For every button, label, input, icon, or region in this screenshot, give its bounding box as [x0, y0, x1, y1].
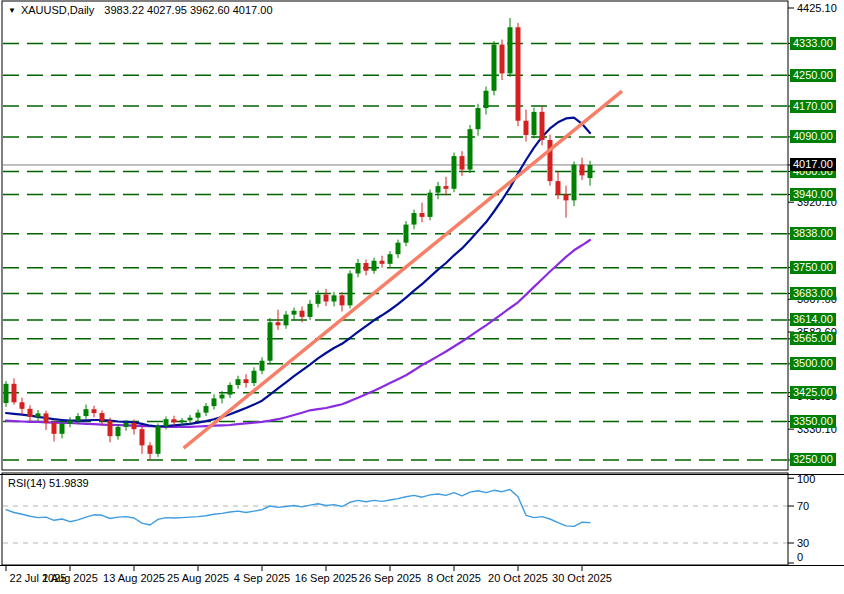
candle[interactable]	[580, 158, 585, 180]
chart-canvas[interactable]	[0, 0, 844, 594]
candle[interactable]	[260, 357, 265, 374]
candle[interactable]	[420, 203, 425, 223]
candle[interactable]	[540, 107, 545, 146]
rsi-scale-label: 100	[797, 473, 815, 486]
ma-fast-line[interactable]	[6, 118, 590, 427]
level-price-badge: 3565.00	[790, 332, 836, 345]
candle[interactable]	[92, 406, 97, 418]
trading-chart-window: ▼XAUUSD,Daily3983.22 4027.95 3962.60 401…	[0, 0, 844, 594]
candle[interactable]	[444, 177, 449, 195]
rsi-scale-label: 70	[797, 500, 809, 513]
candle[interactable]	[388, 251, 393, 268]
candle[interactable]	[268, 318, 273, 364]
candle[interactable]	[436, 182, 441, 199]
level-price-badge: 3350.00	[790, 415, 836, 428]
time-axis-label: 25 Aug 2025	[167, 572, 229, 584]
candle[interactable]	[140, 427, 145, 454]
candle[interactable]	[572, 162, 577, 207]
level-price-badge: 4090.00	[790, 130, 836, 143]
candlestick-series[interactable]	[4, 18, 593, 460]
candle[interactable]	[340, 292, 345, 311]
candle[interactable]	[60, 422, 65, 439]
candle[interactable]	[500, 40, 505, 80]
level-price-badge: 4333.00	[790, 37, 836, 50]
candle[interactable]	[524, 110, 529, 142]
candle[interactable]	[4, 381, 9, 407]
candle[interactable]	[292, 308, 297, 321]
rsi-indicator-label: RSI(14) 51.9839	[8, 477, 89, 489]
candle[interactable]	[492, 41, 497, 95]
time-axis-label: 8 Oct 2025	[427, 572, 481, 584]
rsi-pane[interactable]	[3, 489, 788, 543]
rsi-level-lines	[3, 506, 788, 543]
candle[interactable]	[452, 153, 457, 193]
time-axis-label: 13 Aug 2025	[103, 572, 165, 584]
current-price-badge: 4017.00	[790, 158, 836, 171]
time-axis-label: 20 Oct 2025	[488, 572, 548, 584]
candle[interactable]	[508, 18, 513, 77]
time-axis-label: 4 Sep 2025	[234, 572, 290, 584]
candle[interactable]	[332, 292, 337, 307]
candle[interactable]	[308, 300, 313, 320]
candle[interactable]	[236, 376, 241, 389]
candle[interactable]	[356, 259, 361, 277]
candle[interactable]	[212, 394, 217, 409]
candle[interactable]	[404, 221, 409, 246]
candle[interactable]	[100, 410, 105, 425]
candle[interactable]	[156, 423, 161, 456]
level-price-badge: 3683.00	[790, 287, 836, 300]
candle[interactable]	[28, 405, 33, 421]
candle[interactable]	[476, 104, 481, 136]
symbol-timeframe-label: XAUUSD,Daily	[21, 4, 94, 16]
candle[interactable]	[108, 418, 113, 443]
candle[interactable]	[428, 190, 433, 221]
candle[interactable]	[228, 382, 233, 398]
trendline-object[interactable]	[184, 91, 622, 448]
candle[interactable]	[460, 151, 465, 176]
candle[interactable]	[12, 378, 17, 404]
candle[interactable]	[68, 417, 73, 427]
rsi-scale-label: 30	[797, 537, 809, 550]
collapse-icon[interactable]: ▼	[8, 6, 16, 15]
price-axis-label: 4425.10	[797, 2, 837, 15]
candle[interactable]	[36, 410, 41, 421]
rsi-line	[6, 489, 590, 526]
candle[interactable]	[20, 398, 25, 415]
main-pane[interactable]	[3, 18, 788, 460]
axis-ticks	[6, 8, 794, 571]
candle[interactable]	[468, 125, 473, 173]
candle[interactable]	[396, 240, 401, 258]
candle[interactable]	[372, 258, 377, 274]
chart-title: ▼XAUUSD,Daily3983.22 4027.95 3962.60 401…	[8, 4, 273, 16]
candle[interactable]	[324, 289, 329, 306]
level-price-badge: 3250.00	[790, 453, 836, 466]
candle[interactable]	[548, 135, 553, 186]
candle[interactable]	[52, 421, 57, 442]
level-price-badge: 3500.00	[790, 357, 836, 370]
candle[interactable]	[84, 405, 89, 420]
candle[interactable]	[380, 256, 385, 268]
candle[interactable]	[148, 442, 153, 460]
time-axis-label: 30 Oct 2025	[552, 572, 612, 584]
candle[interactable]	[44, 411, 49, 430]
level-price-badge: 3838.00	[790, 227, 836, 240]
candle[interactable]	[412, 210, 417, 230]
candle[interactable]	[564, 186, 569, 218]
level-price-badge: 4250.00	[790, 69, 836, 82]
level-price-badge: 3750.00	[790, 261, 836, 274]
candle[interactable]	[252, 367, 257, 386]
candle[interactable]	[116, 425, 121, 440]
candle[interactable]	[204, 403, 209, 416]
level-price-badge: 3940.00	[790, 188, 836, 201]
candle[interactable]	[484, 87, 489, 115]
rsi-scale-label: 0	[797, 551, 803, 564]
level-price-badge: 3614.00	[790, 313, 836, 326]
time-axis-label: 1 Aug 2025	[42, 572, 98, 584]
candle[interactable]	[196, 410, 201, 422]
candle[interactable]	[284, 311, 289, 329]
candle[interactable]	[532, 108, 537, 139]
candle[interactable]	[516, 23, 521, 126]
candle[interactable]	[364, 260, 369, 276]
candle[interactable]	[348, 270, 353, 308]
candle[interactable]	[244, 374, 249, 387]
